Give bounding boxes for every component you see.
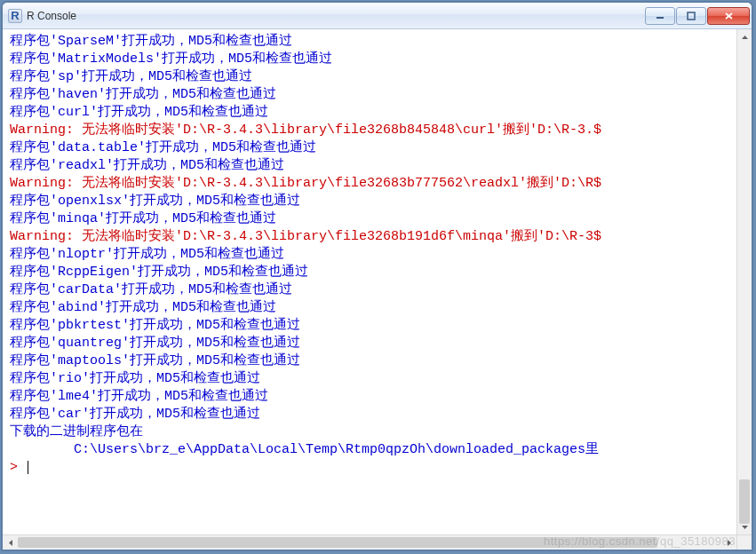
console-line: 程序包'quantreg'打开成功，MD5和检查也通过	[10, 335, 733, 352]
console-line: Warning: 无法将临时安装'D:\R-3.4.3\library\file…	[10, 122, 733, 139]
console-line: 程序包'RcppEigen'打开成功，MD5和检查也通过	[10, 264, 733, 281]
console-line: Warning: 无法将临时安装'D:\R-3.4.3\library\file…	[10, 228, 733, 246]
svg-rect-0	[657, 17, 664, 19]
minimize-button[interactable]	[645, 7, 675, 25]
console-line: 程序包'rio'打开成功，MD5和检查也通过	[10, 370, 733, 388]
console-line: 程序包'abind'打开成功，MD5和检查也通过	[10, 299, 733, 317]
svg-rect-1	[688, 12, 695, 20]
prompt-line[interactable]: >	[10, 459, 733, 477]
hscroll-thumb[interactable]	[18, 537, 657, 548]
console-line: 程序包'sp'打开成功，MD5和检查也通过	[10, 68, 733, 86]
console-line: 程序包'nloptr'打开成功，MD5和检查也通过	[10, 246, 733, 264]
console-line: 程序包'carData'打开成功，MD5和检查也通过	[10, 281, 733, 299]
console-line: 程序包'openxlsx'打开成功，MD5和检查也通过	[10, 193, 733, 210]
console-line: 程序包'car'打开成功，MD5和检查也通过	[10, 406, 733, 423]
console-area: 程序包'SparseM'打开成功，MD5和检查也通过程序包'MatrixMode…	[3, 29, 752, 550]
window-controls	[645, 7, 750, 25]
console-output[interactable]: 程序包'SparseM'打开成功，MD5和检查也通过程序包'MatrixMode…	[3, 29, 736, 534]
console-line: 程序包'pbkrtest'打开成功，MD5和检查也通过	[10, 317, 733, 335]
hscroll-track[interactable]	[18, 535, 721, 550]
console-line: Warning: 无法将临时安装'D:\R-3.4.3\library\file…	[10, 175, 733, 193]
scroll-left-button[interactable]	[3, 535, 18, 550]
horizontal-scrollbar[interactable]	[3, 534, 736, 550]
vscroll-track[interactable]	[737, 44, 752, 519]
console-line: 程序包'readxl'打开成功，MD5和检查也通过	[10, 157, 733, 175]
console-line: 程序包'curl'打开成功，MD5和检查也通过	[10, 104, 733, 122]
app-icon: R	[8, 9, 22, 23]
r-console-window: R R Console 程序包'SparseM'打开成功，MD5和检查也通过程序…	[2, 2, 752, 550]
console-line: 下载的二进制程序包在	[10, 423, 733, 441]
vertical-scrollbar[interactable]	[736, 29, 752, 534]
console-line: 程序包'data.table'打开成功，MD5和检查也通过	[10, 139, 733, 157]
console-line: 程序包'maptools'打开成功，MD5和检查也通过	[10, 352, 733, 370]
scroll-up-button[interactable]	[737, 29, 752, 44]
console-line: 程序包'SparseM'打开成功，MD5和检查也通过	[10, 33, 733, 51]
console-line: 程序包'minqa'打开成功，MD5和检查也通过	[10, 210, 733, 228]
titlebar[interactable]: R R Console	[3, 3, 752, 29]
console-line: C:\Users\brz_e\AppData\Local\Temp\Rtmp0q…	[10, 441, 733, 459]
scroll-right-button[interactable]	[721, 535, 736, 550]
scrollbar-corner	[736, 534, 752, 550]
window-title: R Console	[27, 10, 645, 22]
console-line: 程序包'lme4'打开成功，MD5和检查也通过	[10, 388, 733, 406]
caret	[28, 461, 28, 474]
maximize-button[interactable]	[676, 7, 706, 25]
console-line: 程序包'haven'打开成功，MD5和检查也通过	[10, 86, 733, 104]
vscroll-thumb[interactable]	[739, 479, 750, 524]
close-button[interactable]	[707, 7, 750, 25]
console-line: 程序包'MatrixModels'打开成功，MD5和检查也通过	[10, 51, 733, 68]
